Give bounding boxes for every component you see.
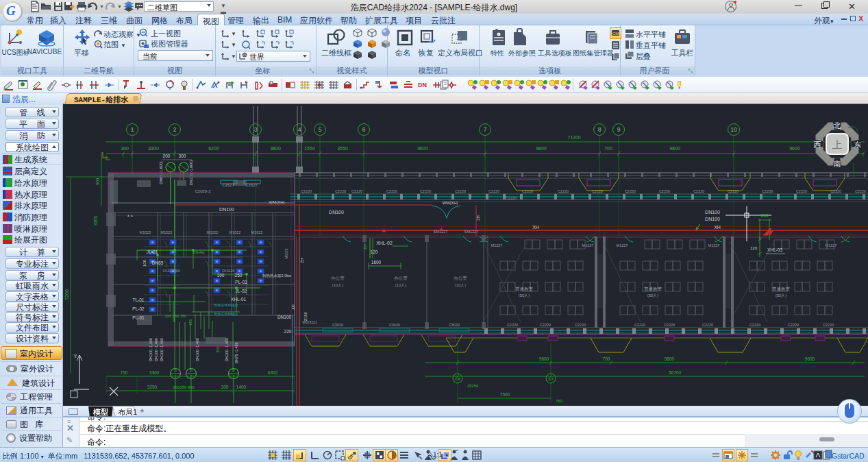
svg-text:300: 300	[216, 346, 220, 352]
svg-text:4: 4	[298, 126, 301, 133]
svg-text:办公室: 办公室	[331, 276, 345, 280]
svg-text:120: 120	[371, 250, 378, 254]
svg-text:制热在线种植业: 制热在线种植业	[214, 303, 238, 308]
svg-text:制热热水器2.0kw: 制热热水器2.0kw	[262, 273, 291, 278]
svg-text:C2220: C2220	[796, 189, 807, 193]
svg-text:普通教室: 普通教室	[515, 287, 534, 292]
svg-text:C2220: C2220	[335, 189, 346, 193]
svg-text:C2220: C2220	[762, 189, 773, 193]
svg-text:1600: 1600	[371, 260, 382, 265]
svg-text:7200: 7200	[64, 289, 69, 300]
svg-text:C2220: C2220	[575, 323, 586, 327]
svg-text:300: 300	[363, 243, 367, 250]
svg-text:C2220: C2220	[558, 189, 569, 193]
svg-text:P: P	[232, 369, 235, 373]
svg-text:DN100 -1.400: DN100 -1.400	[154, 338, 158, 361]
svg-text:M1227: M1227	[582, 243, 594, 247]
svg-text:(50人): (50人)	[647, 293, 659, 297]
svg-text:300: 300	[221, 385, 229, 389]
svg-text:C1627: C1627	[245, 183, 258, 187]
svg-text:C2220: C2220	[693, 189, 704, 193]
svg-text:DN100: DN100	[705, 210, 720, 215]
svg-text:9600: 9600	[417, 146, 428, 151]
svg-text:C2220: C2220	[749, 323, 760, 327]
svg-text:100: 100	[217, 273, 225, 278]
svg-text:6300: 6300	[268, 370, 278, 375]
svg-text:M1022: M1022	[161, 230, 173, 234]
svg-text:TL-01: TL-01	[133, 297, 145, 302]
svg-text:M1022: M1022	[230, 230, 241, 234]
svg-text:C1627: C1627	[222, 183, 234, 187]
svg-text:制热在线种植业: 制热在线种植业	[214, 312, 238, 317]
svg-text:XHL-03: XHL-03	[767, 247, 782, 252]
svg-text:9800: 9800	[669, 146, 680, 151]
svg-text:JL-02: JL-02	[236, 289, 247, 293]
svg-text:ZH: ZH	[476, 215, 480, 220]
svg-text:C3020: C3020	[389, 323, 400, 327]
svg-text:(50人): (50人)	[776, 293, 787, 297]
svg-text:300: 300	[95, 178, 100, 185]
svg-text:DN100 -1.400: DN100 -1.400	[160, 338, 164, 361]
svg-text:P: P	[190, 369, 193, 373]
svg-text:200: 200	[164, 314, 171, 318]
svg-text:C2220: C2220	[625, 189, 636, 193]
svg-text:10: 10	[730, 126, 737, 133]
svg-text:C2220: C2220	[702, 323, 713, 327]
svg-text:东: 东	[854, 141, 862, 149]
svg-text:普通教室: 普通教室	[644, 287, 662, 292]
svg-text:9: 9	[617, 126, 621, 133]
svg-text:C2020-2: C2020-2	[195, 189, 211, 193]
svg-text:(50人): (50人)	[519, 293, 530, 297]
svg-text:3550: 3550	[337, 146, 348, 151]
svg-text:普通教室: 普通教室	[772, 287, 791, 292]
svg-text:300: 300	[121, 146, 129, 151]
svg-text:1550: 1550	[304, 146, 315, 151]
svg-text:XH: XH	[532, 225, 539, 230]
svg-text:(10人): (10人)	[395, 283, 407, 287]
svg-text:M1022: M1022	[251, 230, 263, 234]
svg-text:办公室: 办公室	[454, 276, 467, 280]
svg-text:7500: 7500	[500, 392, 510, 397]
svg-text:▲▲: ▲▲	[127, 213, 134, 217]
svg-text:9800: 9800	[665, 356, 675, 361]
svg-text:DN65: DN65	[152, 260, 164, 265]
svg-text:ZH: ZH	[300, 258, 304, 263]
svg-text:M1022: M1022	[140, 230, 151, 234]
svg-text:Ø150: Ø150	[303, 312, 308, 321]
svg-text:250: 250	[235, 273, 243, 278]
svg-text:XHL-02: XHL-02	[376, 241, 393, 245]
svg-text:220: 220	[284, 329, 292, 334]
svg-text:15250: 15250	[467, 384, 479, 388]
svg-text:3: 3	[254, 126, 258, 133]
svg-text:6200: 6200	[208, 146, 219, 151]
svg-text:北: 北	[833, 121, 841, 130]
svg-text:C2220: C2220	[488, 189, 499, 193]
svg-text:56700: 56700	[669, 370, 681, 375]
svg-text:C2220: C2220	[301, 189, 312, 193]
svg-text:C2220: C2220	[830, 189, 841, 193]
svg-text:C2220: C2220	[823, 323, 834, 327]
svg-text:M1022: M1022	[207, 230, 219, 234]
svg-text:650: 650	[761, 213, 769, 218]
svg-text:7: 7	[484, 126, 487, 133]
svg-text:300: 300	[179, 154, 186, 158]
svg-text:上: 上	[832, 138, 843, 150]
svg-text:M1227: M1227	[491, 243, 503, 247]
svg-text:750: 750	[556, 399, 563, 403]
svg-text:M1022: M1022	[284, 248, 288, 259]
svg-text:1400: 1400	[236, 385, 247, 389]
svg-text:9800: 9800	[536, 146, 547, 151]
svg-text:C2220: C2220	[455, 189, 466, 193]
svg-text:3250: 3250	[147, 385, 158, 389]
svg-text:CMD: CMD	[612, 32, 620, 36]
svg-text:WM(XH): WM(XH)	[443, 201, 458, 205]
svg-text:120: 120	[750, 246, 758, 250]
svg-text:DN(4s): DN(4s)	[193, 250, 205, 254]
svg-text:C2220: C2220	[634, 323, 645, 327]
svg-text:700: 700	[603, 356, 610, 361]
svg-text:C2220: C2220	[592, 189, 603, 193]
svg-text:DN: DN	[418, 82, 427, 88]
svg-text:9600: 9600	[539, 356, 549, 361]
svg-text:700: 700	[604, 146, 612, 151]
svg-text:8: 8	[598, 126, 602, 133]
